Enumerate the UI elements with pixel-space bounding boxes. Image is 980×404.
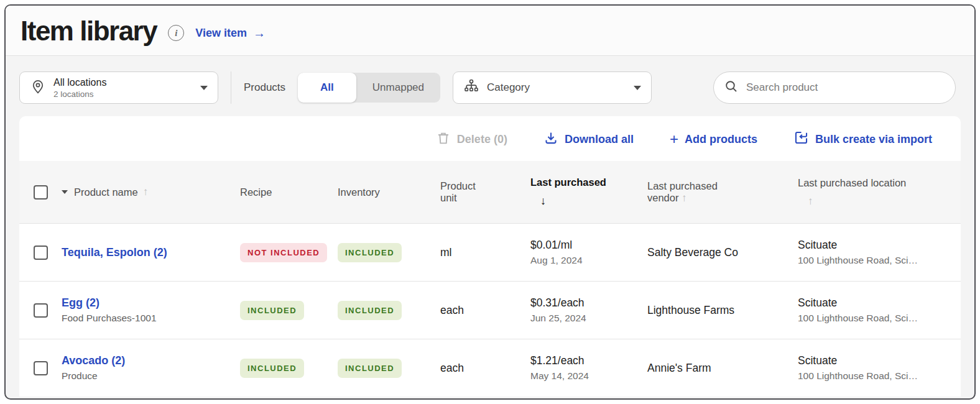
select-all-checkbox[interactable] xyxy=(34,185,48,200)
row-checkbox[interactable] xyxy=(34,303,48,318)
add-products-label: Add products xyxy=(685,133,757,146)
download-all-button[interactable]: Download all xyxy=(543,131,634,149)
vendor-name: Salty Beverage Co xyxy=(647,246,798,259)
row-checkbox[interactable] xyxy=(34,361,48,375)
column-menu-caret-icon[interactable] xyxy=(62,190,68,194)
recipe-status-badge: INCLUDED xyxy=(240,301,304,320)
recipe-status-badge: INCLUDED xyxy=(240,359,304,378)
add-products-button[interactable]: + Add products xyxy=(670,131,757,148)
location-address: 100 Lighthouse Road, Sci… xyxy=(798,313,961,324)
inventory-status-badge: INCLUDED xyxy=(338,359,402,378)
recipe-status-badge: NOT INCLUDED xyxy=(240,243,327,262)
app-window: Item library i View item → All locations… xyxy=(4,4,976,400)
product-subtitle: Food Purchases-1001 xyxy=(62,313,240,324)
divider xyxy=(231,71,231,104)
arrow-right-icon: → xyxy=(253,26,266,40)
table-row: Tequila, Espolon (2) NOT INCLUDED INCLUD… xyxy=(19,223,961,281)
search-icon xyxy=(724,79,739,96)
column-recipe[interactable]: Recipe xyxy=(240,186,338,198)
chevron-down-icon xyxy=(634,86,641,90)
column-product-unit[interactable]: Product unit xyxy=(440,180,499,204)
products-label: Products xyxy=(244,81,285,94)
column-last-purchased-vendor[interactable]: Last purchased vendor ↑ xyxy=(647,180,756,204)
column-product-name[interactable]: Product name ↑ xyxy=(62,186,240,198)
table-header: Product name ↑ Recipe Inventory Product … xyxy=(19,161,961,223)
toggle-all[interactable]: All xyxy=(298,73,356,103)
delete-label: Delete (0) xyxy=(457,133,507,146)
trash-icon xyxy=(436,131,451,149)
sort-up-icon[interactable]: ↑ xyxy=(682,192,687,204)
location-sublabel: 2 locations xyxy=(53,90,193,99)
product-subtitle: Produce xyxy=(62,370,240,382)
location-address: 100 Lighthouse Road, Sci… xyxy=(798,255,961,266)
filter-bar: All locations 2 locations Products All U… xyxy=(6,56,974,104)
last-purchased-price: $0.01/ml xyxy=(530,239,647,252)
product-name-link[interactable]: Avocado (2) xyxy=(62,354,240,367)
bulk-create-button[interactable]: Bulk create via import xyxy=(793,130,932,149)
column-last-purchased-location[interactable]: Last purchased location ↑ xyxy=(798,177,961,208)
category-dropdown[interactable]: Category xyxy=(453,71,652,104)
location-address: 100 Lighthouse Road, Sci… xyxy=(798,370,961,382)
search-input[interactable] xyxy=(746,81,945,94)
row-checkbox[interactable] xyxy=(34,246,48,260)
info-icon[interactable]: i xyxy=(168,25,184,41)
bulk-create-label: Bulk create via import xyxy=(815,133,932,146)
last-purchased-date: May 14, 2024 xyxy=(530,370,647,382)
download-icon xyxy=(543,131,558,149)
category-hierarchy-icon xyxy=(463,78,479,97)
item-table-card: Delete (0) Download all + Add products xyxy=(19,116,961,397)
page-title: Item library xyxy=(21,16,157,47)
view-item-label: View item xyxy=(195,27,247,40)
location-dropdown[interactable]: All locations 2 locations xyxy=(19,71,218,104)
location-label: All locations xyxy=(53,77,193,88)
sort-up-icon[interactable]: ↑ xyxy=(808,195,955,208)
search-box xyxy=(713,71,956,104)
product-unit-value: each xyxy=(440,362,530,375)
view-item-link[interactable]: View item → xyxy=(195,26,266,40)
product-unit-value: ml xyxy=(440,246,530,259)
action-bar: Delete (0) Download all + Add products xyxy=(19,116,961,161)
location-city: Scituate xyxy=(798,239,961,252)
column-last-purchased[interactable]: Last purchased ↓ xyxy=(530,177,647,208)
product-name-link[interactable]: Egg (2) xyxy=(62,296,240,310)
vendor-name: Lighthouse Farms xyxy=(647,304,798,317)
delete-button[interactable]: Delete (0) xyxy=(436,131,507,149)
plus-icon: + xyxy=(670,131,678,148)
toggle-unmapped[interactable]: Unmapped xyxy=(356,73,440,103)
import-icon xyxy=(793,130,809,149)
last-purchased-date: Aug 1, 2024 xyxy=(530,255,647,266)
last-purchased-date: Jun 25, 2024 xyxy=(530,313,647,324)
inventory-status-badge: INCLUDED xyxy=(338,301,402,320)
last-purchased-price: $0.31/each xyxy=(530,296,647,310)
header-checkbox-cell xyxy=(19,185,62,200)
inventory-status-badge: INCLUDED xyxy=(338,243,402,262)
page-header: Item library i View item → xyxy=(6,6,974,56)
table-row: Egg (2) Food Purchases-1001 INCLUDED INC… xyxy=(19,281,961,339)
sort-down-icon[interactable]: ↓ xyxy=(540,195,641,208)
download-all-label: Download all xyxy=(565,133,634,146)
table-body: Tequila, Espolon (2) NOT INCLUDED INCLUD… xyxy=(19,223,961,397)
product-name-link[interactable]: Tequila, Espolon (2) xyxy=(62,246,240,259)
sort-up-icon[interactable]: ↑ xyxy=(143,186,149,198)
location-city: Scituate xyxy=(798,296,961,310)
products-toggle: All Unmapped xyxy=(298,73,440,103)
table-row: Avocado (2) Produce INCLUDED INCLUDED ea… xyxy=(19,339,961,397)
vendor-name: Annie's Farm xyxy=(647,362,798,375)
category-label: Category xyxy=(487,81,626,94)
location-pin-icon xyxy=(30,78,46,97)
location-city: Scituate xyxy=(798,354,961,367)
chevron-down-icon xyxy=(200,86,208,90)
last-purchased-price: $1.21/each xyxy=(530,354,647,367)
product-unit-value: each xyxy=(440,304,530,317)
column-inventory[interactable]: Inventory xyxy=(338,186,440,198)
